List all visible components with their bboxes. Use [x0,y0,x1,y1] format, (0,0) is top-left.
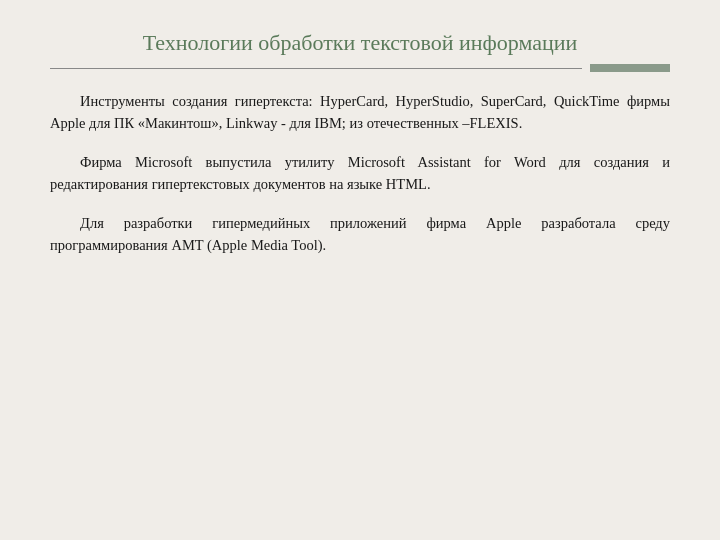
paragraph-2: Фирма Microsoft выпустила утилиту Micros… [50,151,670,196]
paragraph-1: Инструменты создания гипертекста: HyperC… [50,90,670,135]
divider-line [50,68,582,69]
content-area: Инструменты создания гипертекста: HyperC… [50,90,670,257]
slide-title: Технологии обработки текстовой информаци… [50,30,670,56]
paragraph-3: Для разработки гипермедийных приложений … [50,212,670,257]
slide-container: Технологии обработки текстовой информаци… [0,0,720,540]
divider [50,64,670,72]
title-area: Технологии обработки текстовой информаци… [50,30,670,56]
divider-accent [590,64,670,72]
